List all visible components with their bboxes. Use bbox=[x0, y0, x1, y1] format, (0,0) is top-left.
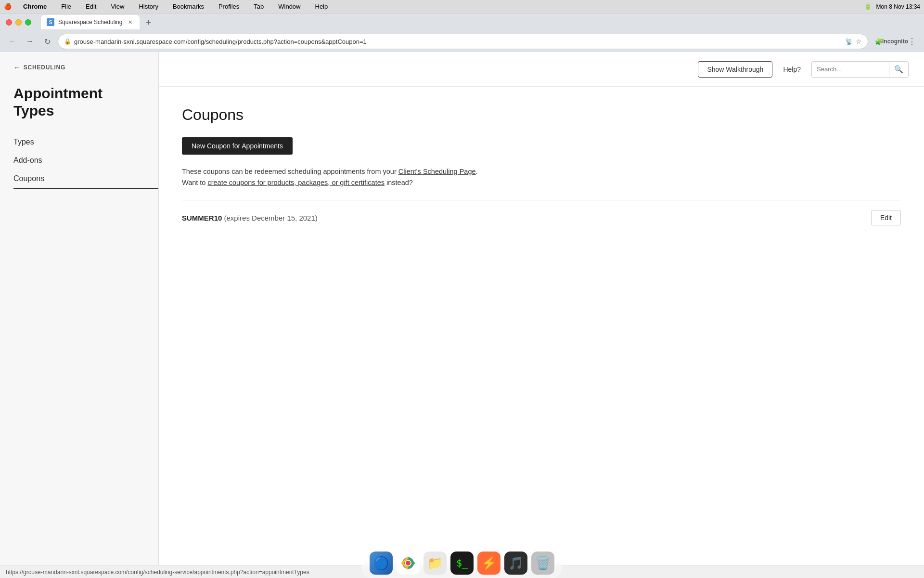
scheduling-back-link[interactable]: ← SCHEDULING bbox=[0, 64, 158, 81]
menu-help[interactable]: Help bbox=[312, 2, 331, 11]
mac-menubar: 🍎 Chrome File Edit View History Bookmark… bbox=[0, 0, 924, 13]
dock-chrome[interactable] bbox=[397, 552, 420, 575]
dock-terminal[interactable]: $_ bbox=[450, 552, 474, 575]
back-button[interactable]: ← bbox=[6, 35, 19, 48]
description-end: instead? bbox=[385, 179, 413, 186]
search-button[interactable]: 🔍 bbox=[889, 62, 908, 77]
main-area: Show Walkthrough Help? 🔍 Coupons New Cou… bbox=[159, 52, 924, 565]
description-period: . bbox=[476, 168, 478, 175]
browser-tab[interactable]: S Squarespace Scheduling ✕ bbox=[41, 15, 140, 29]
menu-view[interactable]: View bbox=[108, 2, 127, 11]
address-text: grouse-mandarin-sxnl.squarespace.com/con… bbox=[74, 38, 842, 45]
chrome-tabs: S Squarespace Scheduling ✕ + bbox=[41, 15, 155, 29]
status-url: https://grouse-mandarin-sxnl.squarespace… bbox=[6, 569, 309, 576]
menu-chrome[interactable]: Chrome bbox=[20, 2, 50, 11]
clients-scheduling-page-link[interactable]: Client's Scheduling Page bbox=[398, 168, 476, 175]
back-arrow-icon: ← bbox=[13, 64, 21, 71]
sidebar-item-addons[interactable]: Add-ons bbox=[0, 151, 158, 170]
chrome-addressbar: ← → ↻ 🔒 grouse-mandarin-sxnl.squarespace… bbox=[0, 31, 924, 52]
menu-history[interactable]: History bbox=[136, 2, 161, 11]
sidebar-item-types[interactable]: Types bbox=[0, 133, 158, 151]
help-button[interactable]: Help? bbox=[778, 62, 806, 77]
profile-icon[interactable]: Incognito bbox=[888, 35, 902, 48]
back-label: SCHEDULING bbox=[24, 64, 65, 71]
coupon-expiry-text: (expires December 15, 2021) bbox=[224, 214, 318, 222]
dock-finder[interactable]: 🔵 bbox=[370, 552, 393, 575]
content-area: Coupons New Coupon for Appointments Thes… bbox=[159, 87, 924, 565]
mac-dock: 🔵 📁 $_ ⚡ 🎵 🗑️ bbox=[362, 548, 562, 578]
address-bar-icons: 📡 ☆ bbox=[845, 38, 862, 45]
dock-trash[interactable]: 🗑️ bbox=[531, 552, 554, 575]
create-coupons-link[interactable]: create coupons for products, packages, o… bbox=[207, 179, 385, 186]
reload-button[interactable]: ↻ bbox=[40, 35, 54, 48]
show-walkthrough-button[interactable]: Show Walkthrough bbox=[698, 61, 772, 78]
menubar-time: Mon 8 Nov 13:34 bbox=[876, 3, 920, 10]
page-content: ← SCHEDULING Appointment Types Types Add… bbox=[0, 52, 924, 565]
maximize-window-button[interactable] bbox=[25, 19, 31, 26]
new-coupon-button[interactable]: New Coupon for Appointments bbox=[182, 137, 293, 155]
bookmark-icon[interactable]: ☆ bbox=[856, 38, 862, 45]
menubar-right-icons: 🔋 Mon 8 Nov 13:34 bbox=[864, 3, 920, 10]
coupon-row: SUMMER10 (expires December 15, 2021) Edi… bbox=[182, 200, 901, 235]
topbar: Show Walkthrough Help? 🔍 bbox=[159, 52, 924, 87]
lock-icon: 🔒 bbox=[64, 38, 71, 45]
new-tab-button[interactable]: + bbox=[141, 16, 155, 29]
tab-close-button[interactable]: ✕ bbox=[126, 18, 134, 26]
dock-finder-files[interactable]: 📁 bbox=[424, 552, 447, 575]
address-bar[interactable]: 🔒 grouse-mandarin-sxnl.squarespace.com/c… bbox=[58, 34, 868, 49]
sidebar-item-coupons[interactable]: Coupons bbox=[13, 170, 158, 189]
dock-app4[interactable]: ⚡ bbox=[477, 552, 500, 575]
close-window-button[interactable] bbox=[6, 19, 12, 26]
traffic-lights bbox=[6, 19, 31, 26]
menu-tab[interactable]: Tab bbox=[251, 2, 267, 11]
chrome-window: S Squarespace Scheduling ✕ + ← → ↻ 🔒 gro… bbox=[0, 13, 924, 578]
menu-file[interactable]: File bbox=[58, 2, 74, 11]
menu-edit[interactable]: Edit bbox=[83, 2, 99, 11]
dock-app5[interactable]: 🎵 bbox=[504, 552, 527, 575]
svg-point-3 bbox=[406, 561, 411, 565]
tab-title: Squarespace Scheduling bbox=[58, 19, 122, 26]
page-title: Coupons bbox=[182, 106, 901, 124]
sidebar: ← SCHEDULING Appointment Types Types Add… bbox=[0, 52, 159, 565]
more-icon[interactable]: ⋮ bbox=[905, 35, 918, 48]
menu-bookmarks[interactable]: Bookmarks bbox=[170, 2, 207, 11]
chrome-titlebar: S Squarespace Scheduling ✕ + bbox=[0, 13, 924, 31]
chrome-toolbar-icons: 🧩 Incognito ⋮ bbox=[872, 35, 918, 48]
description-line2: Want to bbox=[182, 179, 207, 186]
menubar-battery: 🔋 bbox=[864, 3, 872, 10]
cast-icon: 📡 bbox=[845, 38, 853, 45]
coupon-info: SUMMER10 (expires December 15, 2021) bbox=[182, 214, 871, 222]
tab-favicon: S bbox=[47, 18, 54, 26]
sidebar-nav: Types Add-ons Coupons bbox=[0, 133, 158, 189]
forward-button[interactable]: → bbox=[23, 35, 37, 48]
menu-profiles[interactable]: Profiles bbox=[216, 2, 242, 11]
minimize-window-button[interactable] bbox=[15, 19, 22, 26]
search-input[interactable] bbox=[812, 62, 889, 77]
search-bar: 🔍 bbox=[811, 61, 909, 78]
menu-window[interactable]: Window bbox=[275, 2, 303, 11]
sidebar-title: Appointment Types bbox=[0, 81, 158, 133]
edit-coupon-button[interactable]: Edit bbox=[871, 210, 901, 225]
description-line1: These coupons can be redeemed scheduling… bbox=[182, 168, 398, 175]
apple-logo[interactable]: 🍎 bbox=[4, 3, 12, 10]
description-text: These coupons can be redeemed scheduling… bbox=[182, 166, 901, 188]
coupon-code: SUMMER10 bbox=[182, 214, 222, 222]
